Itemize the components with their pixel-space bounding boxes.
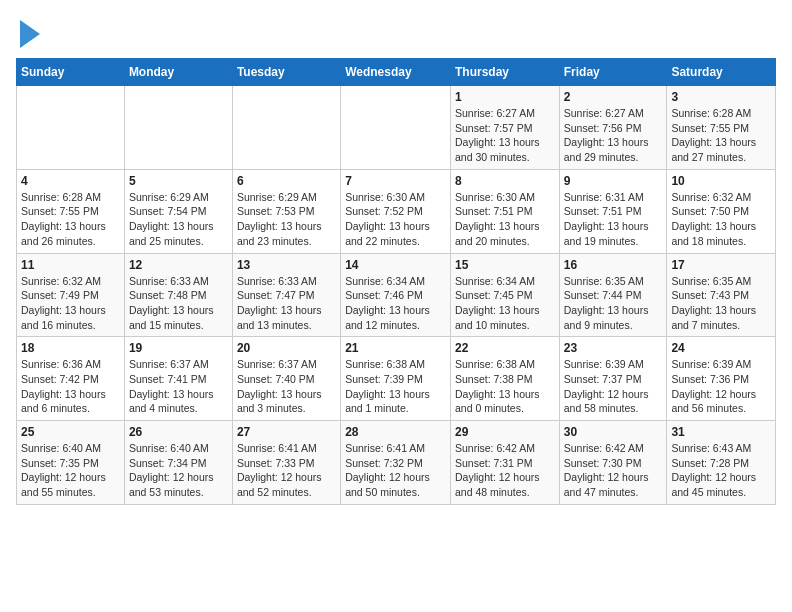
- calendar-cell: 27Sunrise: 6:41 AMSunset: 7:33 PMDayligh…: [232, 421, 340, 505]
- day-info: Sunrise: 6:28 AMSunset: 7:55 PMDaylight:…: [671, 106, 771, 165]
- day-info: Sunrise: 6:32 AMSunset: 7:49 PMDaylight:…: [21, 274, 120, 333]
- calendar-cell: 13Sunrise: 6:33 AMSunset: 7:47 PMDayligh…: [232, 253, 340, 337]
- day-number: 1: [455, 90, 555, 104]
- day-number: 25: [21, 425, 120, 439]
- calendar-cell: 20Sunrise: 6:37 AMSunset: 7:40 PMDayligh…: [232, 337, 340, 421]
- day-info: Sunrise: 6:41 AMSunset: 7:33 PMDaylight:…: [237, 441, 336, 500]
- calendar-week-row: 25Sunrise: 6:40 AMSunset: 7:35 PMDayligh…: [17, 421, 776, 505]
- day-info: Sunrise: 6:42 AMSunset: 7:31 PMDaylight:…: [455, 441, 555, 500]
- weekday-header-saturday: Saturday: [667, 59, 776, 86]
- calendar-cell: 18Sunrise: 6:36 AMSunset: 7:42 PMDayligh…: [17, 337, 125, 421]
- day-number: 13: [237, 258, 336, 272]
- calendar-cell: 31Sunrise: 6:43 AMSunset: 7:28 PMDayligh…: [667, 421, 776, 505]
- calendar-cell: 11Sunrise: 6:32 AMSunset: 7:49 PMDayligh…: [17, 253, 125, 337]
- day-info: Sunrise: 6:33 AMSunset: 7:47 PMDaylight:…: [237, 274, 336, 333]
- calendar-cell: 9Sunrise: 6:31 AMSunset: 7:51 PMDaylight…: [559, 169, 667, 253]
- weekday-header-sunday: Sunday: [17, 59, 125, 86]
- calendar-cell: 29Sunrise: 6:42 AMSunset: 7:31 PMDayligh…: [450, 421, 559, 505]
- day-number: 4: [21, 174, 120, 188]
- day-number: 24: [671, 341, 771, 355]
- day-number: 6: [237, 174, 336, 188]
- day-number: 2: [564, 90, 663, 104]
- day-info: Sunrise: 6:33 AMSunset: 7:48 PMDaylight:…: [129, 274, 228, 333]
- day-info: Sunrise: 6:39 AMSunset: 7:37 PMDaylight:…: [564, 357, 663, 416]
- day-number: 14: [345, 258, 446, 272]
- day-info: Sunrise: 6:39 AMSunset: 7:36 PMDaylight:…: [671, 357, 771, 416]
- day-info: Sunrise: 6:35 AMSunset: 7:43 PMDaylight:…: [671, 274, 771, 333]
- day-number: 27: [237, 425, 336, 439]
- day-info: Sunrise: 6:31 AMSunset: 7:51 PMDaylight:…: [564, 190, 663, 249]
- calendar-cell: 4Sunrise: 6:28 AMSunset: 7:55 PMDaylight…: [17, 169, 125, 253]
- day-number: 30: [564, 425, 663, 439]
- day-number: 20: [237, 341, 336, 355]
- day-info: Sunrise: 6:35 AMSunset: 7:44 PMDaylight:…: [564, 274, 663, 333]
- calendar-week-row: 11Sunrise: 6:32 AMSunset: 7:49 PMDayligh…: [17, 253, 776, 337]
- weekday-header-wednesday: Wednesday: [341, 59, 451, 86]
- day-info: Sunrise: 6:27 AMSunset: 7:57 PMDaylight:…: [455, 106, 555, 165]
- day-number: 16: [564, 258, 663, 272]
- day-number: 17: [671, 258, 771, 272]
- calendar-cell: 19Sunrise: 6:37 AMSunset: 7:41 PMDayligh…: [124, 337, 232, 421]
- day-number: 19: [129, 341, 228, 355]
- weekday-header-row: SundayMondayTuesdayWednesdayThursdayFrid…: [17, 59, 776, 86]
- calendar-cell: 16Sunrise: 6:35 AMSunset: 7:44 PMDayligh…: [559, 253, 667, 337]
- day-number: 11: [21, 258, 120, 272]
- day-info: Sunrise: 6:29 AMSunset: 7:53 PMDaylight:…: [237, 190, 336, 249]
- day-number: 15: [455, 258, 555, 272]
- calendar-week-row: 4Sunrise: 6:28 AMSunset: 7:55 PMDaylight…: [17, 169, 776, 253]
- calendar-week-row: 1Sunrise: 6:27 AMSunset: 7:57 PMDaylight…: [17, 86, 776, 170]
- calendar-cell: 21Sunrise: 6:38 AMSunset: 7:39 PMDayligh…: [341, 337, 451, 421]
- day-info: Sunrise: 6:38 AMSunset: 7:38 PMDaylight:…: [455, 357, 555, 416]
- day-info: Sunrise: 6:28 AMSunset: 7:55 PMDaylight:…: [21, 190, 120, 249]
- calendar-cell: 28Sunrise: 6:41 AMSunset: 7:32 PMDayligh…: [341, 421, 451, 505]
- day-number: 22: [455, 341, 555, 355]
- calendar-cell: 26Sunrise: 6:40 AMSunset: 7:34 PMDayligh…: [124, 421, 232, 505]
- calendar-cell: 14Sunrise: 6:34 AMSunset: 7:46 PMDayligh…: [341, 253, 451, 337]
- day-number: 10: [671, 174, 771, 188]
- day-info: Sunrise: 6:41 AMSunset: 7:32 PMDaylight:…: [345, 441, 446, 500]
- calendar-cell: 6Sunrise: 6:29 AMSunset: 7:53 PMDaylight…: [232, 169, 340, 253]
- calendar-cell: 25Sunrise: 6:40 AMSunset: 7:35 PMDayligh…: [17, 421, 125, 505]
- weekday-header-friday: Friday: [559, 59, 667, 86]
- weekday-header-monday: Monday: [124, 59, 232, 86]
- weekday-header-thursday: Thursday: [450, 59, 559, 86]
- day-info: Sunrise: 6:37 AMSunset: 7:40 PMDaylight:…: [237, 357, 336, 416]
- day-info: Sunrise: 6:36 AMSunset: 7:42 PMDaylight:…: [21, 357, 120, 416]
- calendar-cell: 5Sunrise: 6:29 AMSunset: 7:54 PMDaylight…: [124, 169, 232, 253]
- calendar-cell: 23Sunrise: 6:39 AMSunset: 7:37 PMDayligh…: [559, 337, 667, 421]
- calendar-cell: [232, 86, 340, 170]
- day-info: Sunrise: 6:42 AMSunset: 7:30 PMDaylight:…: [564, 441, 663, 500]
- day-info: Sunrise: 6:30 AMSunset: 7:52 PMDaylight:…: [345, 190, 446, 249]
- calendar-cell: 8Sunrise: 6:30 AMSunset: 7:51 PMDaylight…: [450, 169, 559, 253]
- calendar-table: SundayMondayTuesdayWednesdayThursdayFrid…: [16, 58, 776, 505]
- logo: [16, 16, 40, 48]
- calendar-cell: [17, 86, 125, 170]
- calendar-cell: [124, 86, 232, 170]
- calendar-cell: 7Sunrise: 6:30 AMSunset: 7:52 PMDaylight…: [341, 169, 451, 253]
- day-number: 5: [129, 174, 228, 188]
- day-number: 21: [345, 341, 446, 355]
- day-number: 29: [455, 425, 555, 439]
- day-number: 18: [21, 341, 120, 355]
- page-header: [16, 16, 776, 48]
- calendar-week-row: 18Sunrise: 6:36 AMSunset: 7:42 PMDayligh…: [17, 337, 776, 421]
- day-number: 28: [345, 425, 446, 439]
- calendar-cell: 10Sunrise: 6:32 AMSunset: 7:50 PMDayligh…: [667, 169, 776, 253]
- day-number: 26: [129, 425, 228, 439]
- calendar-cell: [341, 86, 451, 170]
- calendar-cell: 15Sunrise: 6:34 AMSunset: 7:45 PMDayligh…: [450, 253, 559, 337]
- day-info: Sunrise: 6:32 AMSunset: 7:50 PMDaylight:…: [671, 190, 771, 249]
- day-info: Sunrise: 6:30 AMSunset: 7:51 PMDaylight:…: [455, 190, 555, 249]
- weekday-header-tuesday: Tuesday: [232, 59, 340, 86]
- day-info: Sunrise: 6:43 AMSunset: 7:28 PMDaylight:…: [671, 441, 771, 500]
- calendar-cell: 1Sunrise: 6:27 AMSunset: 7:57 PMDaylight…: [450, 86, 559, 170]
- day-number: 23: [564, 341, 663, 355]
- day-number: 3: [671, 90, 771, 104]
- calendar-cell: 17Sunrise: 6:35 AMSunset: 7:43 PMDayligh…: [667, 253, 776, 337]
- calendar-cell: 3Sunrise: 6:28 AMSunset: 7:55 PMDaylight…: [667, 86, 776, 170]
- day-info: Sunrise: 6:29 AMSunset: 7:54 PMDaylight:…: [129, 190, 228, 249]
- day-number: 12: [129, 258, 228, 272]
- day-info: Sunrise: 6:37 AMSunset: 7:41 PMDaylight:…: [129, 357, 228, 416]
- calendar-cell: 2Sunrise: 6:27 AMSunset: 7:56 PMDaylight…: [559, 86, 667, 170]
- logo-arrow-icon: [20, 20, 40, 48]
